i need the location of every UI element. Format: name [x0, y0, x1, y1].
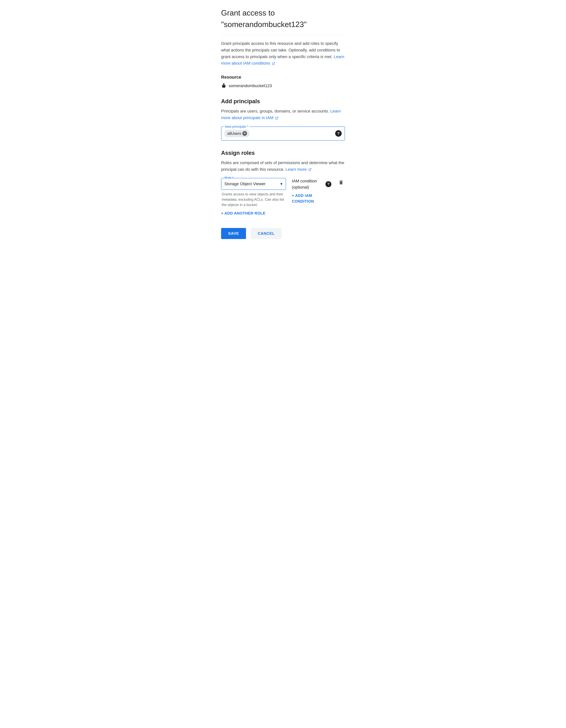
description-text: Grant principals access to this resource… [221, 40, 345, 67]
resource-section: Resource somerandombucket123 [221, 74, 345, 89]
add-another-role-text: + ADD ANOTHER ROLE [221, 210, 266, 216]
svg-line-3 [310, 168, 311, 170]
assign-roles-section: Assign roles Roles are composed of sets … [221, 149, 345, 239]
role-description-text: Grants access to view objects and their … [221, 192, 286, 207]
svg-line-0 [273, 62, 275, 64]
allusers-chip: allUsers ✕ [224, 130, 250, 137]
iam-condition-label: IAM condition (optional) [292, 178, 324, 190]
new-principals-input-group[interactable]: New principals * allUsers ✕ ? [221, 127, 345, 141]
bucket-icon [221, 83, 227, 88]
add-principals-section: Add principals Principals are users, gro… [221, 97, 345, 141]
role-select-container: Role * Storage Object Viewer ▼ Grants ac… [221, 178, 286, 207]
svg-rect-1 [222, 85, 226, 86]
assign-roles-title: Assign roles [221, 149, 345, 157]
principals-description: Principals are users, groups, domains, o… [221, 108, 345, 121]
resource-label: Resource [221, 74, 345, 80]
external-link-icon-3 [308, 168, 311, 171]
external-link-icon-2 [275, 116, 279, 120]
chip-label: allUsers [227, 131, 241, 136]
roles-description: Roles are composed of sets of permission… [221, 160, 345, 173]
chip-close-button[interactable]: ✕ [242, 131, 247, 136]
page-container: Grant access to "somerandombucket123" Gr… [212, 0, 354, 259]
svg-line-2 [277, 117, 278, 118]
role-row: Role * Storage Object Viewer ▼ Grants ac… [221, 178, 345, 207]
external-link-icon [272, 62, 275, 65]
action-buttons: SAVE CANCEL [221, 225, 345, 239]
resource-name: somerandombucket123 [229, 83, 272, 89]
save-button[interactable]: SAVE [221, 228, 246, 239]
page-title: Grant access to "somerandombucket123" [221, 7, 345, 35]
role-select-box: Role * Storage Object Viewer ▼ [221, 178, 286, 190]
add-principals-title: Add principals [221, 97, 345, 106]
iam-condition-help-icon[interactable]: ? [325, 181, 331, 187]
iam-condition-container: IAM condition (optional) ? + ADD IAM CON… [292, 178, 331, 204]
new-principals-label: New principals * [224, 124, 250, 129]
role-selected-value: Storage Object Viewer [224, 181, 266, 187]
learn-more-roles-link[interactable]: Learn more [285, 167, 306, 172]
resource-item: somerandombucket123 [221, 83, 345, 89]
add-iam-condition-button[interactable]: + ADD IAM CONDITION [292, 193, 331, 204]
iam-condition-header: IAM condition (optional) ? [292, 178, 331, 190]
cancel-button[interactable]: CANCEL [251, 228, 282, 239]
delete-role-button[interactable] [337, 179, 345, 186]
chip-container: allUsers ✕ [224, 130, 250, 137]
role-select-dropdown[interactable]: Storage Object Viewer ▼ [221, 178, 286, 190]
add-another-role-button[interactable]: + ADD ANOTHER ROLE [221, 210, 345, 216]
dropdown-arrow-icon: ▼ [280, 182, 283, 186]
principals-help-icon[interactable]: ? [335, 130, 342, 137]
